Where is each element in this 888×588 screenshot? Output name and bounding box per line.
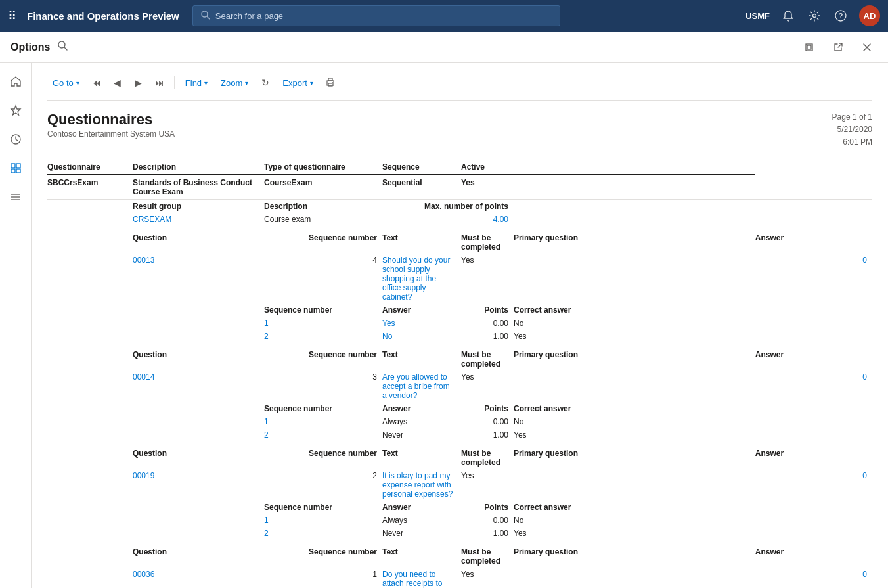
answer-header-00013: Sequence number Answer Points Correct an… — [47, 304, 872, 317]
q00019-text: It is okay to pad my expense report with… — [382, 469, 461, 501]
rg-header-label2: Description — [264, 202, 307, 211]
global-search[interactable]: Search for a page — [192, 5, 560, 26]
find-button[interactable]: Find ▾ — [180, 76, 213, 91]
ans-seq-00013-2: 2 — [264, 330, 382, 343]
q00014-id: 00014 — [133, 371, 264, 402]
ans-pts-00013-1: 0.00 — [461, 317, 514, 330]
svg-rect-13 — [11, 164, 15, 168]
print-button[interactable] — [321, 74, 340, 92]
ans-pts-00014-2: 1.00 — [461, 428, 514, 441]
secondary-navigation: Options — [0, 32, 888, 63]
qh-mustbe: Must be completed — [461, 231, 514, 254]
ans-seq-00019-1: 1 — [264, 514, 382, 527]
ans-pts-00019-2: 1.00 — [461, 527, 514, 540]
qh3-seqnum: Sequence number — [264, 447, 382, 469]
svg-point-5 — [58, 41, 65, 48]
spacer-2 — [47, 343, 872, 348]
qh2-primary: Primary question — [514, 348, 755, 371]
question-header-row-1: Question Sequence number Text Must be co… — [47, 231, 872, 254]
ans-pts-00014-1: 0.00 — [461, 415, 514, 428]
q00014-text: Are you allowed to accept a bribe from a… — [382, 371, 461, 402]
svg-rect-14 — [16, 164, 20, 168]
svg-text:?: ? — [839, 12, 843, 20]
sidebar-item-workspaces[interactable] — [3, 155, 29, 181]
col-description: Description — [133, 160, 264, 175]
svg-rect-16 — [16, 169, 20, 173]
question-header-row-3: Question Sequence number Text Must be co… — [47, 447, 872, 469]
window-controls — [799, 37, 877, 58]
qh4-answer: Answer — [755, 545, 872, 568]
ans-seq-00013-1: 1 — [264, 317, 382, 330]
report-title-block: Questionnaires Contoso Entertainment Sys… — [47, 111, 175, 139]
company-selector[interactable]: USMF — [745, 11, 770, 21]
q00014-must: Yes — [461, 371, 514, 402]
ans-seq-00014-2: 2 — [264, 428, 382, 441]
report-toolbar: Go to ▾ ⏮ ◀ ▶ ⏭ Find ▾ Zoom ▾ ↻ Export ▾ — [47, 74, 872, 101]
popout-icon[interactable] — [828, 37, 849, 58]
ah-points-00013: Points — [461, 304, 514, 317]
qh3-primary: Primary question — [514, 447, 755, 469]
spacer-3 — [47, 441, 872, 447]
ans-text-00019-2: Never — [382, 527, 461, 540]
ans-text-00014-2: Never — [382, 428, 461, 441]
qh4-question: Question — [133, 545, 264, 568]
rg-col3: Max. number of points — [382, 199, 514, 213]
prev-page-button[interactable]: ◀ — [108, 74, 127, 92]
notification-icon[interactable] — [780, 8, 796, 24]
q00014-seqnum: 3 — [264, 371, 382, 402]
q-sequence: Sequential — [382, 175, 461, 200]
q00019-id: 00019 — [133, 469, 264, 501]
ah-correct-00013: Correct answer — [514, 304, 755, 317]
ah-correct-00014: Correct answer — [514, 402, 755, 415]
separator-1 — [174, 76, 175, 89]
report-meta: Page 1 of 1 5/21/2020 6:01 PM — [832, 111, 872, 149]
options-search-icon[interactable] — [58, 41, 68, 53]
grid-icon[interactable]: ⠿ — [8, 9, 16, 23]
sidebar-item-home[interactable] — [3, 68, 29, 95]
report-time: 6:01 PM — [832, 136, 872, 148]
qh2-question: Question — [133, 348, 264, 371]
q00013-primary — [514, 254, 755, 304]
questionnaire-row: SBCCrsExam Standards of Business Conduct… — [47, 175, 872, 200]
q00014-answer: 0 — [755, 371, 872, 402]
svg-rect-15 — [11, 169, 15, 173]
answer-00019-2: 2 Never 1.00 Yes — [47, 527, 872, 540]
zoom-button[interactable]: Zoom ▾ — [215, 76, 254, 91]
sidebar-item-recent[interactable] — [3, 126, 29, 152]
top-navigation: ⠿ Finance and Operations Preview Search … — [0, 0, 888, 32]
q00013-answer: 0 — [755, 254, 872, 304]
qh2-mustbe: Must be completed — [461, 348, 514, 371]
first-page-button[interactable]: ⏮ — [87, 74, 106, 92]
q00036-answer: 0 — [755, 568, 872, 588]
export-button[interactable]: Export ▾ — [277, 76, 319, 91]
ah-seqnum-00019: Sequence number — [264, 501, 382, 514]
sidebar-item-favorites[interactable] — [3, 97, 29, 124]
svg-point-23 — [332, 82, 333, 83]
ans-correct-00013-2: Yes — [514, 330, 755, 343]
user-avatar[interactable]: AD — [859, 5, 880, 26]
qh-text: Text — [382, 231, 461, 254]
sidebar-item-list[interactable] — [3, 184, 29, 210]
goto-button[interactable]: Go to ▾ — [47, 76, 85, 91]
q00036-seqnum: 1 — [264, 568, 382, 588]
ah-seqnum-00014: Sequence number — [264, 402, 382, 415]
refresh-button[interactable]: ↻ — [256, 74, 275, 92]
help-icon[interactable]: ? — [833, 8, 849, 24]
qh-question: Question — [133, 231, 264, 254]
next-page-button[interactable]: ▶ — [129, 74, 148, 92]
ans-seq-00014-1: 1 — [264, 415, 382, 428]
qh4-text: Text — [382, 545, 461, 568]
qh3-text: Text — [382, 447, 461, 469]
q-desc: Standards of Business Conduct Course Exa… — [133, 175, 264, 200]
settings-icon[interactable] — [807, 8, 822, 24]
pin-icon[interactable] — [799, 37, 820, 58]
close-icon[interactable] — [856, 37, 877, 58]
qh2-text: Text — [382, 348, 461, 371]
main-content: Go to ▾ ⏮ ◀ ▶ ⏭ Find ▾ Zoom ▾ ↻ Export ▾ — [32, 63, 888, 588]
answer-00014-2: 2 Never 1.00 Yes — [47, 428, 872, 441]
last-page-button[interactable]: ⏭ — [150, 74, 169, 92]
q00036-must: Yes — [461, 568, 514, 588]
svg-rect-21 — [328, 78, 332, 81]
col-spacer — [514, 160, 755, 175]
ah-correct-00019: Correct answer — [514, 501, 755, 514]
